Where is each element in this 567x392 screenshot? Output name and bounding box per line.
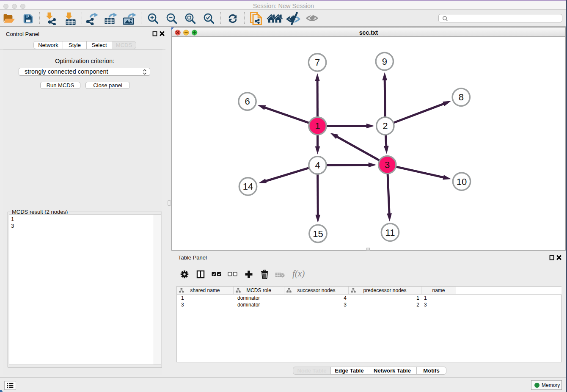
svg-text:8: 8 <box>459 92 464 102</box>
svg-text:3: 3 <box>385 160 390 170</box>
svg-text:2: 2 <box>383 121 388 131</box>
svg-text:6: 6 <box>245 96 250 107</box>
svg-text:4: 4 <box>315 160 320 171</box>
svg-text:9: 9 <box>382 56 387 67</box>
svg-text:14: 14 <box>243 181 253 192</box>
svg-text:11: 11 <box>385 227 395 238</box>
svg-text:1: 1 <box>315 121 320 131</box>
svg-text:15: 15 <box>313 229 323 239</box>
svg-text:10: 10 <box>457 177 467 187</box>
svg-text:7: 7 <box>315 57 320 68</box>
